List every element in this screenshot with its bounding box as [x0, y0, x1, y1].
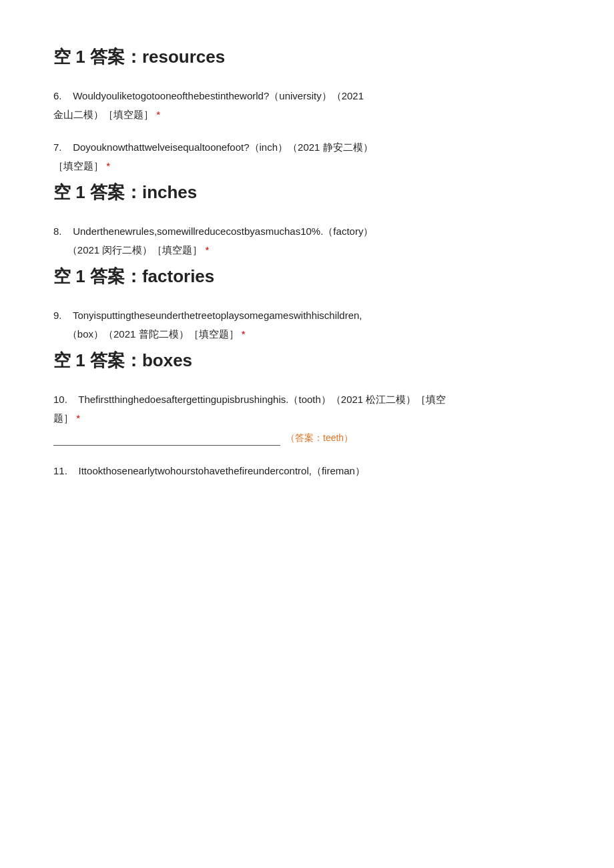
q6-number: 6.: [53, 90, 62, 101]
q6-star: *: [156, 109, 160, 120]
answer-resources: 空 1 答案：resources: [53, 45, 561, 69]
question-11: 11. Ittookthosenearlytwohourstohavethefi…: [53, 462, 561, 480]
q10-answer-input[interactable]: [53, 431, 280, 446]
answer-factories: 空 1 答案：factories: [53, 265, 561, 288]
q11-text: 11. Ittookthosenearlytwohourstohavethefi…: [53, 462, 561, 480]
q7-text: 7. Doyouknowthattwelveisequaltoonefoot?（…: [53, 139, 561, 156]
q10-answer-hint: （答案：teeth）: [286, 430, 353, 446]
q8-text: 8. Underthenewrules,somewillreducecostby…: [53, 223, 561, 240]
q9-text: 9. Tonyisputtingtheseunderthetreetoplays…: [53, 307, 561, 324]
q7-question: Doyouknowthattwelveisequaltoonefoot?（inc…: [73, 141, 372, 153]
q9-question: Tonyisputtingtheseunderthetreetoplaysome…: [73, 310, 362, 321]
q10-tag: 题］ *: [53, 410, 561, 427]
q6-tag-text: 金山二模）［填空题］: [53, 109, 154, 120]
q7-tag-text: ［填空题］: [53, 160, 103, 171]
question-9: 9. Tonyisputtingtheseunderthetreetoplays…: [53, 307, 561, 342]
q10-star: *: [76, 412, 80, 424]
q7-tag: ［填空题］ *: [53, 157, 561, 175]
question-7: 7. Doyouknowthattwelveisequaltoonefoot?（…: [53, 139, 561, 174]
q6-tag: 金山二模）［填空题］ *: [53, 106, 561, 123]
q8-tag-text: （2021 闵行二模）［填空题］: [67, 244, 203, 256]
q11-question: Ittookthosenearlytwohourstohavethefireun…: [79, 465, 365, 476]
answer-inches: 空 1 答案：inches: [53, 181, 561, 204]
q7-star: *: [106, 160, 110, 171]
q7-number: 7.: [53, 141, 62, 153]
q9-tag: （box）（2021 普陀二模）［填空题］ *: [53, 326, 561, 343]
q9-star: *: [242, 328, 246, 340]
q10-text: 10. Thefirstthinghedoesaftergettingupisb…: [53, 391, 561, 408]
question-6: 6. Wouldyouliketogotooneofthebestinthewo…: [53, 87, 561, 123]
q8-number: 8.: [53, 226, 62, 237]
q10-input-line: （答案：teeth）: [53, 430, 561, 446]
answer-boxes: 空 1 答案：boxes: [53, 349, 561, 372]
q10-tag-text: 题］: [53, 412, 73, 424]
q9-number: 9.: [53, 310, 62, 321]
q10-number: 10.: [53, 394, 67, 405]
question-8: 8. Underthenewrules,somewillreducecostby…: [53, 223, 561, 258]
q9-tag-text: （box）（2021 普陀二模）［填空题］: [67, 328, 239, 340]
q6-question: Wouldyouliketogotooneofthebestintheworld…: [73, 90, 364, 101]
q8-tag: （2021 闵行二模）［填空题］ *: [53, 242, 561, 259]
q6-text: 6. Wouldyouliketogotooneofthebestinthewo…: [53, 87, 561, 105]
q8-question: Underthenewrules,somewillreducecostbyasm…: [73, 226, 373, 237]
q10-question: Thefirstthinghedoesaftergettingupisbrush…: [78, 394, 446, 405]
question-10: 10. Thefirstthinghedoesaftergettingupisb…: [53, 391, 561, 446]
q11-number: 11.: [53, 465, 67, 476]
q8-star: *: [206, 244, 210, 256]
